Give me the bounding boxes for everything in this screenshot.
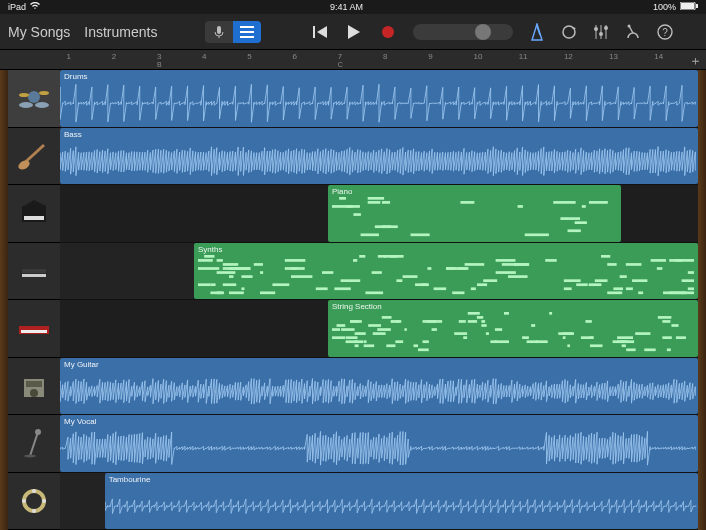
track-row[interactable]: My Guitar: [60, 358, 698, 416]
svg-rect-112: [452, 291, 464, 294]
svg-rect-213: [644, 348, 655, 351]
track-header-mic[interactable]: [8, 415, 60, 473]
track-row[interactable]: Tambourine: [60, 473, 698, 531]
rewind-button[interactable]: [309, 21, 331, 43]
track-area: DrumsBassPianoSynthsString SectionMy Gui…: [0, 70, 706, 530]
svg-rect-129: [595, 279, 608, 282]
svg-rect-123: [514, 263, 529, 266]
tracks-column[interactable]: DrumsBassPianoSynthsString SectionMy Gui…: [60, 70, 698, 530]
track-row[interactable]: Bass: [60, 128, 698, 186]
svg-rect-185: [481, 320, 485, 323]
play-button[interactable]: [343, 21, 365, 43]
svg-rect-67: [198, 267, 219, 270]
svg-rect-196: [549, 312, 552, 315]
help-icon[interactable]: ?: [655, 22, 675, 42]
svg-rect-73: [217, 271, 236, 274]
my-songs-button[interactable]: My Songs: [8, 24, 70, 40]
track-row[interactable]: String Section: [60, 300, 698, 358]
instruments-button[interactable]: Instruments: [84, 24, 157, 40]
svg-rect-57: [460, 201, 474, 204]
svg-rect-192: [522, 336, 529, 339]
region-audio[interactable]: My Guitar: [60, 358, 698, 415]
track-header-synth[interactable]: [8, 243, 60, 301]
tracks-view-button[interactable]: [233, 21, 261, 43]
track-headers: [8, 70, 60, 530]
track-header-amp[interactable]: [8, 358, 60, 416]
svg-rect-172: [404, 328, 406, 331]
track-header-piano[interactable]: [8, 185, 60, 243]
region-label: Bass: [64, 130, 694, 139]
svg-rect-58: [518, 205, 523, 208]
svg-rect-70: [210, 283, 215, 286]
status-bar: iPad 9:41 AM 100%: [0, 0, 706, 14]
svg-rect-103: [390, 255, 403, 258]
svg-rect-91: [291, 267, 305, 270]
svg-rect-31: [22, 274, 46, 277]
input-view-button[interactable]: [205, 21, 233, 43]
mixer-icon[interactable]: [591, 22, 611, 42]
track-row[interactable]: Synths: [60, 243, 698, 301]
svg-rect-178: [432, 328, 437, 331]
svg-rect-157: [355, 332, 360, 335]
region-midi[interactable]: String Section: [328, 300, 698, 357]
svg-rect-203: [590, 336, 594, 339]
svg-rect-34: [21, 330, 47, 333]
volume-slider[interactable]: [413, 24, 513, 40]
region-label: Piano: [332, 187, 618, 196]
svg-rect-180: [459, 320, 466, 323]
region-audio[interactable]: Bass: [60, 128, 698, 185]
svg-rect-167: [386, 344, 395, 347]
timeline-ruler[interactable]: ＋ 123B4567C891011121314: [60, 50, 706, 70]
settings-icon[interactable]: [623, 22, 643, 42]
svg-rect-206: [617, 336, 631, 339]
loop-icon[interactable]: [559, 22, 579, 42]
svg-rect-32: [22, 269, 46, 273]
track-header-tambourine[interactable]: [8, 473, 60, 531]
svg-rect-86: [260, 271, 263, 274]
svg-text:?: ?: [663, 27, 669, 38]
svg-rect-209: [622, 344, 626, 347]
region-audio[interactable]: Tambourine: [105, 473, 698, 530]
svg-point-44: [32, 489, 36, 493]
svg-rect-99: [365, 291, 383, 294]
region-midi[interactable]: Synths: [194, 243, 698, 300]
track-row[interactable]: My Vocal: [60, 415, 698, 473]
svg-rect-88: [272, 283, 289, 286]
svg-rect-121: [508, 275, 528, 278]
track-row[interactable]: Piano: [60, 185, 698, 243]
add-track-button[interactable]: ＋: [689, 52, 702, 70]
region-audio[interactable]: Drums: [60, 70, 698, 127]
region-midi[interactable]: Piano: [328, 185, 622, 242]
ruler-marker: 5: [247, 52, 251, 61]
svg-rect-4: [240, 26, 254, 28]
track-row[interactable]: Drums: [60, 70, 698, 128]
transport-controls: [309, 21, 399, 43]
svg-rect-59: [525, 233, 549, 236]
volume-thumb[interactable]: [475, 24, 491, 40]
record-button[interactable]: [377, 21, 399, 43]
svg-rect-183: [468, 312, 480, 315]
svg-rect-184: [477, 316, 483, 319]
svg-point-45: [32, 509, 36, 513]
svg-rect-114: [465, 263, 485, 266]
track-header-keys[interactable]: [8, 300, 60, 358]
svg-rect-54: [382, 225, 398, 228]
svg-marker-9: [348, 25, 360, 39]
svg-rect-162: [364, 344, 375, 347]
region-label: My Vocal: [64, 417, 694, 426]
track-header-bass[interactable]: [8, 128, 60, 186]
svg-rect-186: [481, 324, 486, 327]
track-header-drums[interactable]: [8, 70, 60, 128]
bass-icon: [16, 141, 52, 171]
waveform: [105, 485, 698, 528]
svg-rect-75: [223, 283, 236, 286]
region-audio[interactable]: My Vocal: [60, 415, 698, 472]
svg-point-10: [382, 26, 394, 38]
ruler-marker: 7C: [338, 52, 343, 68]
metronome-icon[interactable]: [527, 22, 547, 42]
svg-rect-137: [632, 279, 647, 282]
svg-rect-113: [458, 267, 468, 270]
ruler-marker: 9: [428, 52, 432, 61]
svg-rect-216: [662, 336, 671, 339]
svg-rect-195: [536, 340, 548, 343]
